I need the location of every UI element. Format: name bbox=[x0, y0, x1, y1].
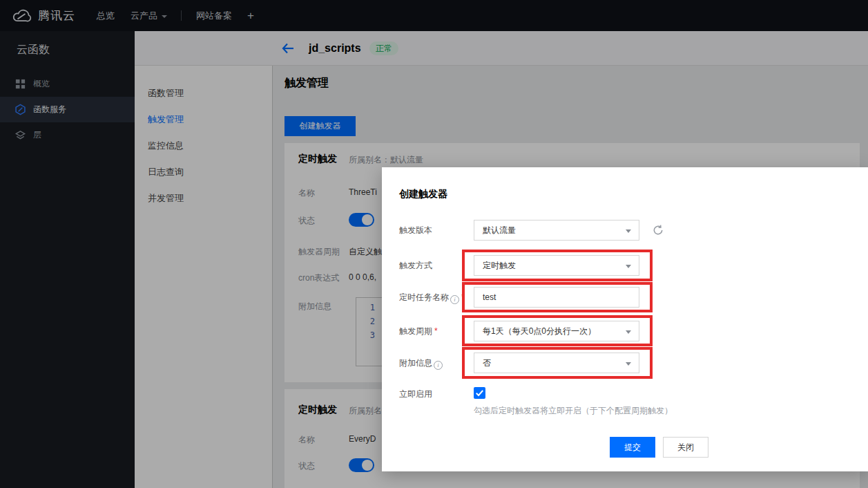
checkmark-icon bbox=[474, 387, 485, 399]
type-label: 触发方式 bbox=[399, 260, 432, 272]
version-label: 触发版本 bbox=[399, 225, 432, 236]
info-icon[interactable] bbox=[450, 295, 459, 304]
enable-checkbox[interactable] bbox=[474, 387, 485, 399]
version-select[interactable]: 默认流量 bbox=[474, 220, 639, 241]
caret-down-icon bbox=[626, 362, 631, 366]
trigger-type-select[interactable]: 定时触发 bbox=[474, 255, 639, 276]
refresh-icon[interactable] bbox=[652, 224, 664, 236]
extra-info-label: 附加信息 bbox=[399, 357, 443, 369]
create-trigger-modal: 创建触发器 触发版本 默认流量 触发方式 定时触发 定时任务名称* 触发周期* … bbox=[382, 167, 868, 471]
period-label: 触发周期* bbox=[399, 326, 438, 337]
period-value: 每1天（每天0点0分执行一次） bbox=[483, 326, 596, 336]
task-name-label: 定时任务名称* bbox=[399, 292, 465, 303]
extra-info-select[interactable]: 否 bbox=[474, 353, 639, 373]
close-button[interactable]: 关闭 bbox=[663, 437, 708, 458]
info-icon[interactable] bbox=[434, 361, 443, 370]
extra-info-value: 否 bbox=[483, 358, 491, 368]
enable-hint: 勾选后定时触发器将立即开启（于下个配置周期触发） bbox=[474, 405, 673, 417]
caret-down-icon bbox=[626, 330, 631, 334]
type-value: 定时触发 bbox=[483, 261, 516, 270]
trigger-period-select[interactable]: 每1天（每天0点0分执行一次） bbox=[474, 321, 639, 341]
caret-down-icon bbox=[626, 229, 631, 233]
task-name-input[interactable] bbox=[474, 287, 639, 308]
enable-label: 立即启用 bbox=[399, 388, 432, 400]
version-value: 默认流量 bbox=[483, 225, 516, 235]
submit-button[interactable]: 提交 bbox=[610, 437, 655, 458]
modal-title: 创建触发器 bbox=[399, 188, 447, 200]
caret-down-icon bbox=[626, 265, 631, 268]
